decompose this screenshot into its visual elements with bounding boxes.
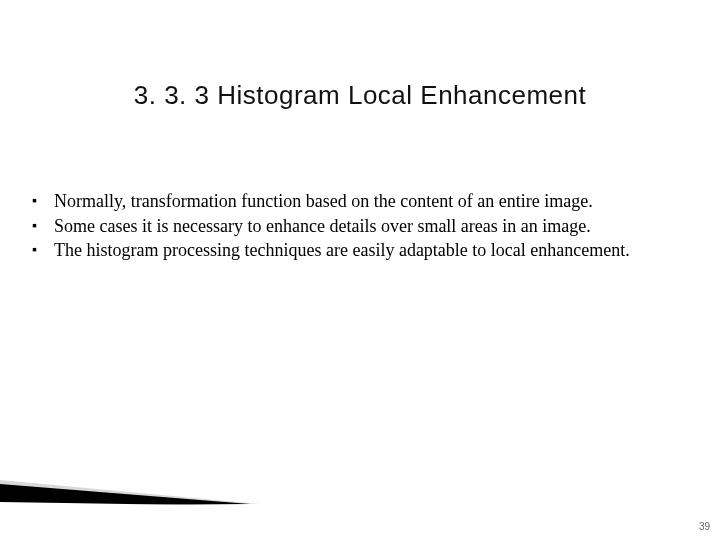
svg-marker-1: [0, 484, 250, 506]
svg-marker-2: [0, 502, 260, 506]
list-item: Normally, transformation function based …: [28, 190, 680, 213]
bullet-list: Normally, transformation function based …: [28, 190, 680, 262]
page-number: 39: [699, 521, 710, 532]
list-item: The histogram processing techniques are …: [28, 239, 680, 262]
slide-title: 3. 3. 3 Histogram Local Enhancement: [0, 80, 720, 111]
slide-body: Normally, transformation function based …: [28, 190, 680, 264]
decorative-wedge: [0, 450, 260, 506]
list-item: Some cases it is necessary to enhance de…: [28, 215, 680, 238]
svg-marker-0: [0, 480, 260, 504]
